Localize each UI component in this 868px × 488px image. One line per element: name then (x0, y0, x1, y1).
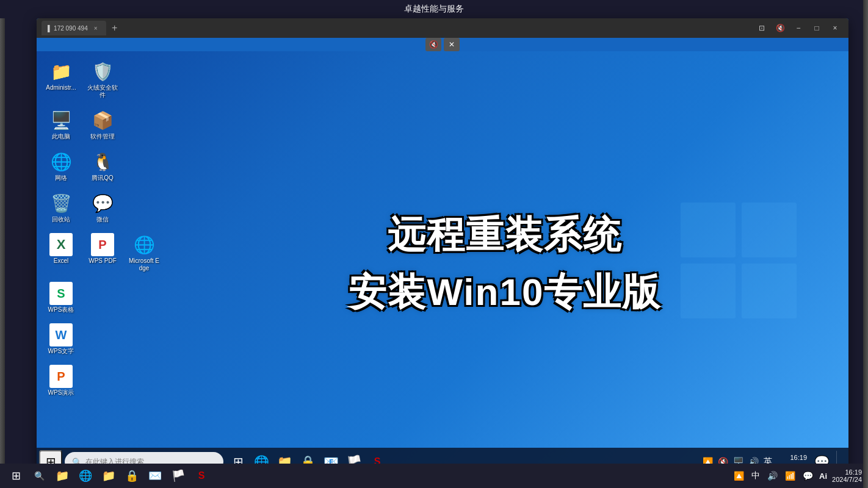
desktop-icons-grid: 📁 Administr... 🛡️ 火绒安全软件 🖥️ 此电脑 📦 软件管理 (43, 57, 162, 399)
network-icon: 🌐 (49, 150, 73, 173)
desktop-icon-qq[interactable]: 🐧 腾讯QQ (84, 148, 121, 184)
outer-tray-wifi[interactable]: 📶 (784, 470, 797, 482)
right-edge (863, 0, 868, 488)
browser-tab[interactable]: ▌ 172 090 494 × (42, 21, 106, 35)
wps-pdf-label: WPS PDF (89, 257, 117, 265)
icon-row-5: X Excel P WPS PDF 🌐 Microsoft Edge (43, 231, 162, 274)
desktop: 📁 Administr... 🛡️ 火绒安全软件 🖥️ 此电脑 📦 软件管理 (37, 51, 848, 476)
restore-icon[interactable]: ⊡ (753, 22, 770, 34)
outer-tray-up[interactable]: 🔼 (732, 470, 745, 482)
left-edge (0, 0, 5, 488)
excel-label: Excel (54, 257, 68, 265)
svg-rect-0 (681, 203, 736, 257)
page-title: 卓越性能与服务 (404, 4, 464, 15)
tab-title: 172 090 494 (54, 25, 88, 32)
signal-info: ▌ 172 090 494 (48, 25, 88, 32)
clock-time: 16:19 (790, 453, 807, 462)
outer-tray-notif[interactable]: 💬 (801, 470, 814, 482)
outer-flag[interactable]: 🏳️ (168, 466, 188, 486)
desktop-icon-network[interactable]: 🌐 网络 (43, 148, 79, 184)
desktop-icon-excel[interactable]: X Excel (43, 231, 79, 274)
recycle-icon: 🗑️ (49, 192, 73, 215)
browser-maximize-button[interactable]: □ (808, 22, 825, 34)
remote-close-button[interactable]: ✕ (444, 38, 460, 51)
desktop-icon-ms-edge[interactable]: 🌐 Microsoft Edge (126, 231, 162, 274)
outer-ai-label[interactable]: Ai (819, 472, 827, 481)
wps-pdf-icon: P (91, 233, 114, 256)
desktop-icon-wps-word[interactable]: W WPS文字 (43, 321, 79, 357)
remote-mute-button[interactable]: 🔇 (425, 38, 441, 51)
remote-desktop-controls: 🔇 ✕ (425, 38, 460, 51)
desktop-icon-wechat[interactable]: 💬 微信 (84, 189, 121, 226)
desktop-icon-administrator[interactable]: 📁 Administr... (43, 57, 79, 101)
browser-close-button[interactable]: × (826, 22, 844, 34)
page-title-bar: 卓越性能与服务 (0, 0, 868, 18)
qq-label: 腾讯QQ (92, 174, 114, 182)
svg-rect-1 (742, 203, 797, 257)
outer-wps[interactable]: S (192, 466, 211, 486)
windows-logo-watermark (678, 199, 800, 328)
recycle-label: 回收站 (52, 216, 70, 223)
excel-icon: X (49, 233, 73, 256)
outer-clock[interactable]: 16:19 2024/7/24 (832, 468, 862, 483)
svg-rect-2 (681, 264, 736, 318)
icon-row-6: S WPS表格 (43, 279, 162, 316)
browser-chrome: ▌ 172 090 494 × + ⊡ 🔇 − □ × (37, 18, 848, 38)
desktop-icon-huorong[interactable]: 🛡️ 火绒安全软件 (84, 57, 121, 101)
icon-row-3: 🌐 网络 🐧 腾讯QQ (43, 148, 162, 184)
tab-close-button[interactable]: × (92, 24, 100, 32)
icon-row-8: P WPS演示 (43, 362, 162, 399)
outer-folder[interactable]: 📁 (99, 466, 118, 486)
edge-icon: 🌐 (132, 233, 156, 256)
wechat-label: 微信 (96, 216, 109, 223)
qq-icon: 🐧 (91, 150, 114, 173)
main-overlay-text: 远程重装系统 安装Win10专业版 (349, 209, 661, 318)
computer-label: 此电脑 (52, 133, 70, 140)
outer-taskbar-right: 🔼 中 🔊 📶 💬 Ai 16:19 2024/7/24 (732, 468, 862, 483)
outer-explorer[interactable]: 📁 (52, 466, 72, 486)
wps-table-icon: S (49, 282, 73, 305)
main-title-line1: 远程重装系统 (349, 209, 661, 260)
network-label: 网络 (55, 174, 67, 182)
desktop-icon-recycle[interactable]: 🗑️ 回收站 (43, 189, 79, 226)
main-title-line2: 安装Win10专业版 (349, 267, 661, 318)
administrator-icon: 📁 (49, 60, 73, 83)
outer-time: 16:19 (845, 468, 862, 476)
desktop-icon-computer[interactable]: 🖥️ 此电脑 (43, 106, 79, 143)
outer-mail[interactable]: ✉️ (145, 466, 165, 486)
outer-tray-cn[interactable]: 中 (750, 469, 761, 483)
wps-table-label: WPS表格 (48, 306, 74, 314)
outer-taskbar: ⊞ 🔍 📁 🌐 📁 🔒 ✉️ 🏳️ S 🔼 中 🔊 📶 💬 Ai 16:19 2… (0, 464, 868, 488)
desktop-icon-software[interactable]: 📦 软件管理 (84, 106, 121, 143)
wechat-icon: 💬 (91, 192, 114, 215)
mute-icon[interactable]: 🔇 (772, 22, 789, 34)
computer-icon: 🖥️ (49, 109, 73, 132)
wps-show-label: WPS演示 (48, 389, 74, 396)
edge-label: Microsoft Edge (128, 257, 160, 272)
icon-row-7: W WPS文字 (43, 321, 162, 357)
icon-row-4: 🗑️ 回收站 💬 微信 (43, 189, 162, 226)
wps-word-label: WPS文字 (48, 348, 74, 355)
software-label: 软件管理 (90, 133, 115, 140)
outer-search[interactable]: 🔍 (29, 466, 49, 486)
wps-word-icon: W (49, 323, 73, 346)
svg-rect-3 (742, 264, 797, 318)
desktop-icon-wps-pdf[interactable]: P WPS PDF (84, 231, 121, 274)
browser-minimize-button[interactable]: − (790, 22, 807, 34)
browser-controls: ⊡ 🔇 − □ × (753, 22, 844, 34)
desktop-icon-wps-table[interactable]: S WPS表格 (43, 279, 79, 316)
outer-security[interactable]: 🔒 (122, 466, 142, 486)
icon-row-1: 📁 Administr... 🛡️ 火绒安全软件 (43, 57, 162, 101)
administrator-label: Administr... (46, 84, 76, 92)
outer-edge[interactable]: 🌐 (76, 466, 95, 486)
software-icon: 📦 (91, 109, 114, 132)
huorong-label: 火绒安全软件 (87, 84, 118, 99)
huorong-icon: 🛡️ (91, 60, 114, 83)
desktop-icon-wps-show[interactable]: P WPS演示 (43, 362, 79, 399)
wps-show-icon: P (49, 365, 73, 388)
outer-start[interactable]: ⊞ (6, 466, 26, 486)
signal-bars: ▌ (48, 25, 52, 32)
outer-tray-volume[interactable]: 🔊 (766, 470, 779, 482)
browser-window: ▌ 172 090 494 × + ⊡ 🔇 − □ × 🔇 ✕ (37, 18, 848, 476)
tab-add-button[interactable]: + (109, 22, 121, 34)
